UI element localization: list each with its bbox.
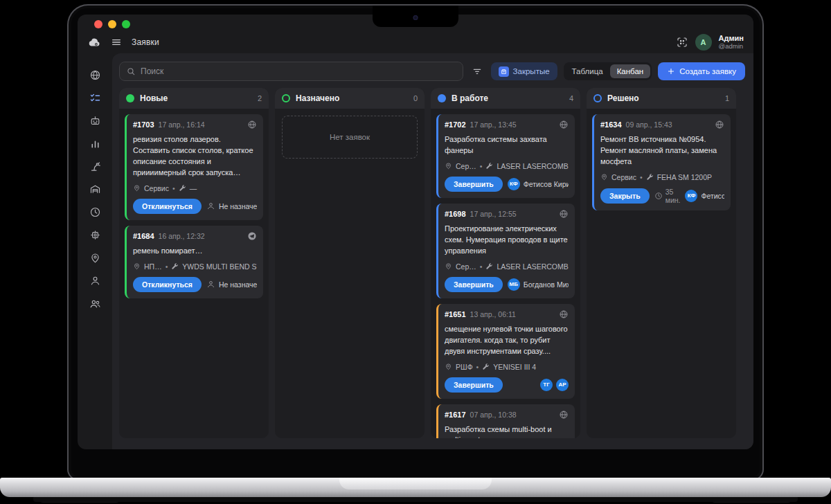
ticket-meta: НП… • YWDS MULTI BEND SYSTEM…	[133, 262, 257, 271]
search-field[interactable]	[119, 62, 463, 81]
laptop-base	[0, 478, 831, 497]
column-header: Решено 1	[587, 88, 736, 109]
close-ticket-button[interactable]: Закрыть	[600, 188, 650, 204]
qr-scan-icon[interactable]	[676, 36, 688, 48]
ticket-datetime: 17 апр., 13:45	[470, 120, 517, 129]
globe-icon[interactable]	[559, 120, 569, 129]
ticket-id: #1703	[133, 120, 154, 129]
column-body: #1703 17 апр., 16:14 ревизия столов лазе…	[119, 109, 269, 438]
assignee-label: Фетисов Кирилл	[524, 180, 569, 188]
view-kanban-option[interactable]: Канбан	[610, 64, 651, 78]
menu-hamburger-icon[interactable]	[111, 37, 122, 48]
header-right: А Админ @admin	[676, 34, 744, 51]
assignee-avatars: ТГ АР	[540, 379, 569, 391]
card-footer: Откликнуться Не назначен	[133, 277, 257, 292]
column-new: Новые 2 #1703 17 апр., 16:14 ревизия ст	[119, 88, 269, 438]
location-pin-icon	[445, 162, 452, 170]
ticket-card[interactable]: #1651 13 апр., 06:11 смещение нулевой то…	[436, 304, 575, 399]
assignee-avatar: АР	[556, 379, 569, 391]
ticket-meta: Сервис • FEHA SM 1200P	[600, 173, 724, 181]
toolbar: Закрытые Таблица Канбан Создать заявку	[119, 62, 745, 81]
card-header: #1634 09 апр., 15:43	[600, 120, 724, 129]
window-controls	[94, 20, 130, 28]
sidebar-item-clock-icon[interactable]	[88, 206, 102, 218]
sidebar-item-bar-chart-icon[interactable]	[88, 137, 102, 150]
ticket-location: НП…	[144, 262, 162, 271]
location-pin-icon	[445, 363, 452, 370]
ticket-location: РШФ	[456, 363, 473, 371]
globe-icon[interactable]	[559, 410, 569, 420]
finish-button[interactable]: Завершить	[445, 277, 503, 292]
ticket-meta: Сервис • —	[133, 184, 257, 192]
column-body: #1634 09 апр., 15:43 Ремонт ВВ источника…	[587, 109, 736, 438]
create-ticket-button[interactable]: Создать заявку	[658, 62, 745, 80]
plus-icon	[667, 67, 675, 75]
respond-button[interactable]: Откликнуться	[133, 199, 202, 214]
column-body: #1702 17 апр., 13:45 Разработка системы …	[431, 109, 580, 438]
column-resolved: Решено 1 #1634 09 апр., 15:43 Ремонт ВВ	[587, 88, 736, 438]
ticket-id: #1617	[445, 411, 466, 419]
sidebar-item-user-icon[interactable]	[88, 274, 102, 287]
card-header: #1684 16 апр., 12:32	[133, 231, 257, 241]
sidebar-item-robot-arm-icon[interactable]	[88, 160, 102, 172]
globe-icon[interactable]	[559, 309, 569, 319]
ticket-datetime: 07 апр., 10:38	[470, 411, 517, 419]
status-dot-assigned	[282, 94, 290, 102]
sidebar-item-users-icon[interactable]	[88, 297, 102, 309]
sidebar-item-chip-icon[interactable]	[88, 228, 102, 241]
user-name: Админ	[719, 34, 744, 43]
globe-icon[interactable]	[559, 209, 569, 219]
ticket-card[interactable]: #1617 07 апр., 10:38 Разработка схемы mu…	[436, 404, 575, 439]
closed-tickets-button[interactable]: Закрытые	[491, 62, 557, 80]
ticket-text: Разработка схемы multi-boot и multi-rese…	[445, 424, 569, 439]
user-avatar[interactable]: А	[695, 34, 712, 51]
column-count: 2	[258, 94, 262, 102]
ticket-text: смещение нулевой точки шагового двигател…	[445, 324, 569, 357]
filter-icon[interactable]	[470, 66, 485, 77]
ticket-equipment: FEHA SM 1200P	[657, 173, 712, 181]
sidebar-item-globe-icon[interactable]	[88, 69, 102, 81]
card-header: #1703 17 апр., 16:14	[133, 120, 257, 129]
ticket-card[interactable]: #1684 16 апр., 12:32 ремень помирает… НП…	[125, 226, 263, 298]
view-table-option[interactable]: Таблица	[565, 64, 610, 78]
ticket-card[interactable]: #1703 17 апр., 16:14 ревизия столов лазе…	[125, 114, 263, 220]
ticket-equipment: —	[190, 184, 197, 192]
close-window-button[interactable]	[94, 20, 102, 28]
assignee: МБ Богданов Михаил	[508, 278, 569, 291]
assignee-label: Богданов Михаил	[524, 280, 569, 289]
zoom-window-button[interactable]	[122, 20, 130, 28]
ticket-id: #1702	[445, 120, 466, 129]
laptop-notch	[373, 6, 458, 27]
sidebar-item-location-pin-icon[interactable]	[88, 251, 102, 264]
sidebar	[78, 53, 112, 449]
meta-separator: •	[476, 363, 479, 371]
laptop-mockup: Заявки А Админ @admin	[0, 0, 831, 504]
respond-button[interactable]: Откликнуться	[133, 277, 202, 292]
finish-button[interactable]: Завершить	[445, 377, 503, 393]
ticket-card[interactable]: #1698 17 апр., 12:55 Проектирование элек…	[436, 204, 575, 298]
meta-separator: •	[640, 173, 643, 181]
finish-button[interactable]: Завершить	[445, 177, 503, 192]
sidebar-item-warehouse-icon[interactable]	[88, 183, 102, 195]
column-count: 4	[569, 94, 573, 102]
globe-icon[interactable]	[715, 120, 724, 129]
ticket-location: Сервис	[611, 173, 636, 181]
globe-icon[interactable]	[247, 120, 257, 129]
telegram-icon[interactable]	[247, 231, 257, 241]
minimize-window-button[interactable]	[108, 20, 116, 28]
assignee: КФ Фетисов Кирилл	[508, 178, 569, 190]
assignee-avatar: КФ	[508, 178, 520, 190]
user-icon	[206, 280, 215, 289]
user-meta[interactable]: Админ @admin	[719, 34, 744, 51]
sidebar-item-robot-icon[interactable]	[88, 114, 102, 127]
ticket-card[interactable]: #1702 17 апр., 13:45 Разработка системы …	[436, 114, 575, 198]
column-in-progress: В работе 4 #1702 17 апр., 13:45 Разрабо	[431, 88, 580, 438]
ticket-datetime: 17 апр., 16:14	[159, 120, 205, 129]
assignee: Не назначен	[206, 201, 257, 210]
create-ticket-label: Создать заявку	[679, 67, 736, 75]
sidebar-item-tasks-icon[interactable]	[88, 91, 102, 104]
search-input[interactable]	[141, 66, 456, 76]
ticket-location: Сер…	[456, 262, 476, 271]
assignee: Не назначен	[206, 280, 257, 289]
ticket-card[interactable]: #1634 09 апр., 15:43 Ремонт ВВ источника…	[592, 114, 731, 210]
